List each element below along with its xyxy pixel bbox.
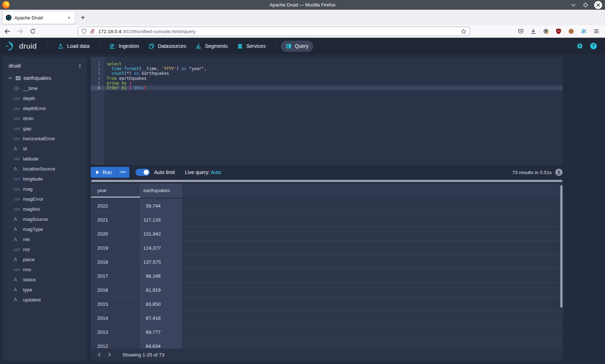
column-header-year[interactable]: year: [91, 183, 140, 197]
table-row[interactable]: 201786,166: [91, 269, 563, 283]
pocket-icon[interactable]: [517, 28, 524, 35]
run-button[interactable]: Run: [91, 167, 117, 178]
cell-year[interactable]: 2013: [91, 325, 140, 339]
browser-tab[interactable]: Apache Druid ×: [3, 12, 75, 24]
sidebar-column-longitude[interactable]: 123longitude: [3, 174, 87, 184]
sidebar-column-magSource[interactable]: AmagSource: [3, 214, 87, 224]
cell-earthquakes[interactable]: 124,377: [140, 241, 182, 255]
code-text[interactable]: time_format(__time, 'YYYY') as "year",: [104, 67, 563, 71]
nav-segments[interactable]: Segments: [191, 41, 232, 52]
sidebar-table-earthquakes[interactable]: earthquakes: [3, 73, 87, 83]
column-header-earthquakes[interactable]: earthquakes: [140, 183, 182, 197]
table-row[interactable]: 202259,744: [91, 199, 563, 213]
nav-services[interactable]: Services: [232, 41, 270, 52]
cell-year[interactable]: 2014: [91, 311, 140, 325]
minimize-button[interactable]: [570, 1, 577, 9]
table-row[interactable]: 2019124,377: [91, 241, 563, 255]
auto-limit-toggle[interactable]: [135, 169, 150, 176]
menu-hamburger-icon[interactable]: [593, 28, 600, 35]
nav-datasources[interactable]: Datasources: [144, 41, 191, 52]
cell-year[interactable]: 2021: [91, 213, 140, 227]
horizontal-scrollbar-thumb[interactable]: [91, 180, 563, 182]
asterisk-extension-icon[interactable]: [581, 28, 587, 35]
sidebar-column-net[interactable]: Anet: [3, 234, 87, 244]
sidebar-column-dmin[interactable]: 123dmin: [3, 113, 87, 123]
sidebar-column-locationSource[interactable]: AlocationSource: [3, 164, 87, 174]
cell-earthquakes[interactable]: 137,575: [140, 255, 182, 269]
sidebar-column-__time[interactable]: __time: [3, 83, 87, 93]
url-text[interactable]: 172.18.0.4:30109/unified-console.html#qu…: [98, 29, 461, 34]
next-page-button[interactable]: [104, 350, 115, 360]
table-row[interactable]: 2020131,942: [91, 227, 563, 241]
help-icon[interactable]: ?: [590, 42, 597, 50]
settings-gear-icon[interactable]: [576, 42, 583, 50]
sidebar-column-magType[interactable]: AmagType: [3, 224, 87, 234]
cell-year[interactable]: 2019: [91, 241, 140, 255]
close-button[interactable]: [594, 1, 602, 9]
cell-earthquakes[interactable]: 59,744: [140, 199, 182, 213]
live-query-control[interactable]: Live query: Auto: [185, 169, 221, 175]
editor-line-3[interactable]: 3 count(*) as earthquakes: [91, 71, 563, 76]
sidebar-column-depthError[interactable]: 123depthError: [3, 103, 87, 113]
nav-query[interactable]: Query: [281, 41, 313, 52]
sidebar-column-rms[interactable]: 123rms: [3, 264, 87, 274]
sidebar-column-mag[interactable]: 123mag: [3, 184, 87, 194]
forward-button[interactable]: [17, 28, 24, 35]
nav-load-data[interactable]: Load data: [53, 41, 94, 52]
shield-icon[interactable]: [81, 28, 87, 34]
cell-year[interactable]: 2020: [91, 227, 140, 241]
sidebar-column-gap[interactable]: 123gap: [3, 123, 87, 133]
run-more-button[interactable]: •••: [117, 167, 129, 178]
cell-earthquakes[interactable]: 86,166: [140, 269, 182, 283]
tab-close-icon[interactable]: ×: [66, 14, 72, 21]
auto-limit-label[interactable]: Auto limit: [154, 169, 175, 175]
sidebar-column-magError[interactable]: 123magError: [3, 194, 87, 204]
sidebar-column-horizontalError[interactable]: 123horizontalError: [3, 133, 87, 144]
sidebar-column-depth[interactable]: 123depth: [3, 93, 87, 103]
druid-brand[interactable]: druid: [5, 41, 37, 51]
insecure-lock-icon[interactable]: [90, 28, 95, 34]
code-text[interactable]: from earthquakes: [104, 76, 563, 81]
sidebar-column-place[interactable]: Aplace: [3, 254, 87, 264]
ublock-extension-icon[interactable]: uO: [555, 28, 562, 35]
prev-page-button[interactable]: [94, 350, 104, 360]
live-query-value[interactable]: Auto: [211, 169, 221, 175]
horizontal-scrollbar[interactable]: [91, 180, 563, 182]
double-caret-icon[interactable]: [77, 63, 83, 69]
vertical-scrollbar-thumb[interactable]: [560, 185, 563, 308]
cell-earthquakes[interactable]: 69,777: [140, 325, 182, 339]
url-bar[interactable]: 172.18.0.4:30109/unified-console.html#qu…: [78, 27, 470, 36]
sidebar-column-type[interactable]: Atype: [3, 285, 87, 295]
table-row[interactable]: 2018137,575: [91, 255, 563, 269]
cell-earthquakes[interactable]: 83,850: [140, 297, 182, 311]
table-row[interactable]: 201369,777: [91, 325, 563, 339]
code-text[interactable]: group by 1: [104, 81, 563, 86]
table-row[interactable]: 201583,850: [91, 297, 563, 311]
table-row[interactable]: 201487,418: [91, 311, 563, 325]
editor-line-5[interactable]: 5group by 1: [91, 81, 563, 86]
download-icon[interactable]: [530, 28, 537, 35]
cell-year[interactable]: 2022: [91, 199, 140, 213]
schema-selector[interactable]: druid: [9, 63, 83, 69]
cell-earthquakes[interactable]: 81,919: [140, 283, 182, 297]
back-button[interactable]: [4, 28, 11, 35]
sidebar-column-id[interactable]: Aid: [3, 144, 87, 154]
cell-year[interactable]: 2016: [91, 283, 140, 297]
sidebar-column-status[interactable]: Astatus: [3, 274, 87, 285]
download-results-icon[interactable]: [555, 168, 563, 176]
bookmark-star-icon[interactable]: [461, 28, 467, 35]
sidebar-column-magNst[interactable]: 123magNst: [3, 204, 87, 214]
editor-line-6[interactable]: 6order by 1 desc: [91, 86, 563, 90]
maximize-button[interactable]: [582, 1, 589, 9]
cell-earthquakes[interactable]: 131,942: [140, 227, 182, 241]
editor-line-4[interactable]: 4from earthquakes: [91, 76, 563, 81]
sidebar-column-latitude[interactable]: 123latitude: [3, 154, 87, 164]
cell-year[interactable]: 2015: [91, 297, 140, 311]
sidebar-column-updated[interactable]: Aupdated: [3, 295, 87, 305]
sidebar-column-nst[interactable]: 123nst: [3, 244, 87, 254]
code-text[interactable]: count(*) as earthquakes: [104, 71, 563, 76]
new-tab-button[interactable]: +: [78, 13, 88, 23]
cell-earthquakes[interactable]: 87,418: [140, 311, 182, 325]
table-row[interactable]: 2021117,133: [91, 213, 563, 227]
privacy-badger-extension-icon[interactable]: [543, 28, 549, 35]
